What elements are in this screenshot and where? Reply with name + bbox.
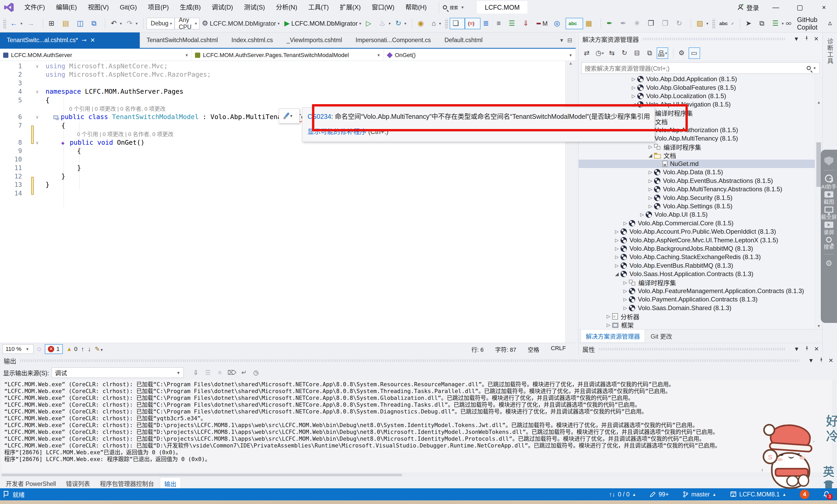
tree-item[interactable]: ▷ Volo.Abp.Account.Pro.Public.Web.OpenId… [579, 228, 815, 236]
expander-icon[interactable]: ▷ [613, 263, 621, 269]
menu-item[interactable]: 调试(D) [206, 0, 238, 15]
nav-back-icon[interactable]: ← ▾ [8, 17, 25, 30]
sync-with-active-document-icon[interactable]: ⇆ [606, 47, 618, 59]
feather-gray-icon[interactable]: ✒ [618, 17, 632, 30]
start-without-debugging-icon[interactable]: ▷ [363, 17, 377, 30]
output-log[interactable]: “LCFC.MOM.Web.exe” (CoreCLR: clrhost): 已… [2, 380, 832, 472]
expander-icon[interactable]: ▷ [622, 305, 629, 311]
pin-icon[interactable]: ⊸ [82, 37, 86, 44]
breadcrumb-dropdown[interactable]: LCFC.MOM.AuthServer.Pages.TenantSwitchMo… [192, 50, 384, 61]
format-document-icon[interactable]: ≡ [494, 17, 506, 30]
tool-window-tab[interactable]: Git 更改 [646, 329, 677, 343]
scrollbar-thumb[interactable] [816, 142, 821, 187]
expander-icon[interactable]: ▷ [630, 93, 637, 99]
toolbar-button[interactable] [3, 19, 6, 28]
code-line[interactable]: 3 [0, 79, 565, 87]
capture-tool-button[interactable]: 截全屏 [821, 206, 837, 220]
capture-tool-button[interactable]: 截图 [824, 191, 834, 205]
code-line[interactable]: 12 } [0, 172, 565, 181]
capture-tool-button[interactable]: AI助手 [821, 175, 837, 190]
menu-item[interactable]: 窗口(W) [366, 0, 400, 15]
nest-files-icon[interactable]: 品 ▾ [657, 47, 668, 59]
tree-item[interactable]: ▷ Volo.Abp.Security (8.1.5) [579, 193, 815, 202]
save-icon[interactable]: ◫ [75, 17, 89, 30]
tree-item[interactable]: ▷ Volo.Abp.BackgroundJobs.RabbitMQ (8.1.… [579, 245, 815, 253]
toolbar-button[interactable] [40, 18, 43, 29]
expander-icon[interactable]: ▷ [630, 76, 637, 82]
document-tab[interactable]: TenantSwitchModal.cshtml ⊸ ✕ [140, 33, 225, 48]
tree-item[interactable]: ▷ Volo.Abp.Data (8.1.5) [579, 168, 815, 176]
tree-item[interactable]: ▷ Volo.Abp.FeatureManagement.Application… [579, 287, 815, 295]
code-line[interactable]: 4 ∨ namespace LCFC.MOM.AuthServer.Pages [0, 87, 565, 96]
output-tool-icon[interactable]: ↵ [239, 367, 249, 378]
prev-issue-icon[interactable]: ↑ [81, 345, 84, 353]
tree-item[interactable]: ◢ Volo.Saas.Host.Application.Contracts (… [579, 270, 815, 278]
menu-item[interactable]: 帮助(H) [400, 0, 432, 15]
output-tool-icon[interactable]: ☰ [202, 367, 213, 378]
save-all-icon[interactable]: ⧉ [89, 17, 102, 30]
menu-item[interactable]: 分析(N) [270, 0, 303, 15]
expander-icon[interactable]: ▷ [647, 186, 654, 192]
window-position-icon[interactable]: ▼ [794, 346, 800, 353]
startup-project-select[interactable]: ⚙ LCFC.MOM.DbMigrator ▾ [199, 17, 282, 30]
code-line[interactable]: 5 { [0, 96, 565, 104]
menu-item[interactable]: 工具(T) [303, 0, 335, 15]
capture-tool-button[interactable]: 搜索 [824, 237, 834, 250]
tab-options-icon[interactable]: ⊟ [567, 37, 572, 44]
collapse-all-icon[interactable]: ⊟ [631, 47, 643, 59]
tab-list-chevron-icon[interactable]: ▾ [560, 37, 563, 44]
expander-icon[interactable]: ▷ [622, 220, 629, 226]
pin-icon[interactable] [804, 345, 809, 353]
menu-item[interactable]: 扩展(X) [334, 0, 366, 15]
platform-select[interactable]: Any CPU ▾ [175, 18, 199, 29]
sign-in-button[interactable]: 登录 [737, 3, 759, 12]
filter-pen-icon[interactable]: ✎▼ [95, 345, 104, 353]
expander-icon[interactable]: ▷ [622, 296, 629, 302]
tree-item[interactable]: ▷ Volo.Abp.Ddd.Application (8.1.5) [579, 75, 815, 83]
tree-item[interactable]: ▷ Volo.Saas.Domain.Shared (8.1.3) [579, 304, 815, 312]
copy-doc-icon[interactable]: ⧉ [757, 17, 770, 30]
expander-icon[interactable]: ▷ [605, 322, 612, 328]
expander-icon[interactable]: ▷ [622, 280, 629, 286]
bottom-panel-tab[interactable]: 程序包管理器控制台 [96, 477, 158, 488]
browser-link-icon[interactable]: ⌂ ▾ [429, 17, 443, 30]
scroll-up-icon[interactable]: ▲ [566, 61, 576, 66]
tool-window-tab[interactable]: 解决方案资源管理器 [581, 329, 645, 343]
capture-tool-button[interactable]: 录屏 [824, 222, 834, 235]
document-tab[interactable]: Default.cshtml ⊸ ✕ [438, 33, 489, 48]
search-control[interactable]: 搜索 ▼ [439, 2, 468, 13]
fold-marker[interactable]: ∨ [29, 62, 46, 70]
toolbar-button[interactable] [102, 18, 105, 29]
bottom-panel-tab[interactable]: 开发者 PowerShell [2, 477, 60, 488]
tree-item[interactable]: ▷ 分析器 [579, 312, 815, 321]
next-issue-icon[interactable]: ↓ [88, 345, 91, 353]
menu-item[interactable]: 编辑(E) [51, 0, 83, 15]
se-toolbar-icon[interactable] [671, 49, 673, 58]
image-preview-icon[interactable]: ▦ [583, 17, 598, 30]
toolbar-button[interactable] [140, 18, 143, 29]
expander-icon[interactable]: ▷ [605, 313, 612, 319]
expander-icon[interactable]: ▷ [613, 254, 621, 260]
git-branch-button[interactable]: master ▲ [682, 491, 716, 498]
wrench-icon[interactable]: ⚙ [676, 47, 688, 59]
menu-item[interactable]: 项目(P) [142, 0, 174, 15]
code-line[interactable]: 10 [0, 155, 565, 164]
expander-icon[interactable]: ▷ [647, 169, 654, 175]
feedback-flag-icon[interactable] [3, 491, 9, 498]
share-icon[interactable] [828, 20, 832, 27]
notifications-bell[interactable]: 3 [823, 490, 830, 498]
toolbar-button[interactable] [409, 18, 412, 29]
error-count-button[interactable]: ✕ 1 [45, 344, 63, 354]
fold-marker[interactable] [29, 96, 46, 104]
expander-icon[interactable]: ▷ [638, 212, 646, 217]
fold-marker[interactable] [29, 79, 46, 87]
hot-reload-icon[interactable]: ♨ ▾ [377, 17, 393, 30]
git-sync-button[interactable]: ↑↓ 0 / 0 ▲ [609, 491, 636, 498]
expander-icon[interactable]: ▷ [613, 229, 621, 234]
close-icon[interactable]: ✕ [829, 357, 833, 364]
copilot-label[interactable]: GitHub Copilot [797, 16, 822, 31]
markdown-icon[interactable]: M [534, 17, 551, 30]
gear-icon[interactable]: ⚙ [825, 258, 833, 268]
document-tab[interactable]: TenantSwitc...al.cshtml.cs* ⊸ ✕ [0, 33, 140, 48]
zoom-select[interactable]: 110 % ▼ [3, 344, 34, 354]
